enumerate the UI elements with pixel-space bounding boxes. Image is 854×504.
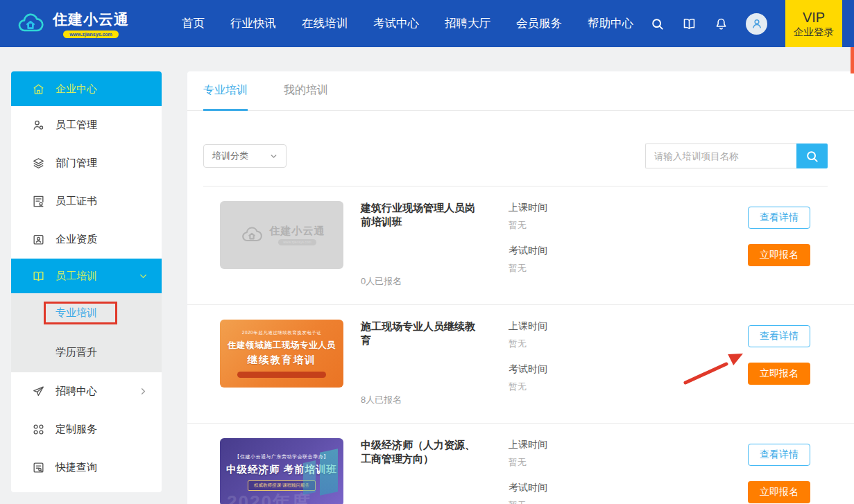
- class-time-value: 暂无: [509, 456, 606, 469]
- cloud-house-logo-icon: [239, 224, 265, 246]
- search-group: [645, 144, 828, 168]
- course-row: 住建小云通 www.zjiansys.com 建筑行业现场管理人员岗前培训班 0…: [187, 186, 854, 305]
- sidebar-item-label: 快捷查询: [55, 461, 97, 474]
- sidebar-item-label: 员工管理: [55, 119, 97, 132]
- search-icon[interactable]: [650, 17, 665, 31]
- sidebar-item-label: 招聘中心: [55, 385, 97, 398]
- vip-login-button[interactable]: VIP 企业登录: [785, 0, 842, 47]
- user-gear-icon: [32, 119, 45, 132]
- nav-item-member-services[interactable]: 会员服务: [516, 16, 562, 31]
- class-time-value: 暂无: [509, 338, 606, 350]
- sidebar-item-label: 定制服务: [55, 423, 97, 436]
- layers-icon: [32, 157, 45, 170]
- nav-item-online-training[interactable]: 在线培训: [302, 16, 348, 31]
- document-query-icon: [32, 461, 45, 474]
- enrolled-count: 0人已报名: [361, 275, 484, 288]
- main-nav: 首页 行业快讯 在线培训 考试中心 招聘大厅 会员服务 帮助中心: [182, 16, 633, 31]
- sidebar-item-label: 企业中心: [55, 82, 97, 96]
- exam-time-label: 考试时间: [509, 482, 606, 494]
- nav-item-exam-center[interactable]: 考试中心: [373, 16, 419, 31]
- course-title[interactable]: 中级经济师（人力资源、工商管理方向）: [361, 438, 484, 467]
- view-details-button[interactable]: 查看详情: [748, 325, 810, 347]
- vip-label: VIP: [803, 9, 825, 26]
- course-thumbnail-placeholder[interactable]: 住建小云通 www.zjiansys.com: [220, 201, 343, 269]
- vip-enterprise-login-label: 企业登录: [794, 26, 834, 39]
- banner-bottom-ribbon: [237, 372, 326, 378]
- course-row: 2020年起凡通过继续教育换发电子证 住建领域施工现场专业人员 继续教育培训 施…: [187, 305, 854, 424]
- scrollbar-thumb[interactable]: [851, 47, 854, 73]
- paper-plane-icon: [32, 385, 45, 398]
- enroll-now-button[interactable]: 立即报名: [748, 363, 810, 385]
- sidebar-item-enterprise-center[interactable]: 企业中心: [11, 71, 162, 106]
- enroll-now-button[interactable]: 立即报名: [748, 244, 810, 266]
- sidebar-item-label: 员工培训: [55, 270, 97, 283]
- bell-icon[interactable]: [714, 17, 728, 31]
- tab-my-training[interactable]: 我的培训: [284, 71, 328, 111]
- brand-logo[interactable]: 住建小云通 www.zjiansys.com: [14, 10, 172, 38]
- tab-label: 我的培训: [284, 83, 328, 98]
- nav-item-home[interactable]: 首页: [182, 16, 205, 31]
- chevron-right-icon: [139, 387, 148, 396]
- submenu-item-label: 学历晋升: [55, 346, 97, 359]
- exam-time-value: 暂无: [509, 499, 606, 504]
- home-icon: [32, 82, 45, 96]
- exam-time-value: 暂无: [509, 262, 606, 275]
- course-thumbnail-banner[interactable]: 2020年起凡通过继续教育换发电子证 住建领域施工现场专业人员 继续教育培训: [220, 320, 343, 388]
- tab-professional-training[interactable]: 专业培训: [203, 71, 248, 111]
- id-badge-icon: [32, 233, 45, 246]
- sidebar: 企业中心 员工管理 部门管理 员工证书 企业资质 员工培训 专: [11, 71, 162, 492]
- certificate-icon: [32, 195, 45, 208]
- class-time-label: 上课时间: [509, 439, 606, 451]
- sidebar-item-label: 部门管理: [55, 157, 97, 170]
- nav-item-help-center[interactable]: 帮助中心: [588, 16, 633, 31]
- banner-title-line1: 住建领域施工现场专业人员: [228, 340, 336, 351]
- nav-item-job-hall[interactable]: 招聘大厅: [445, 16, 490, 31]
- sidebar-item-enterprise-qualification[interactable]: 企业资质: [11, 220, 162, 259]
- view-details-button[interactable]: 查看详情: [748, 444, 810, 466]
- placeholder-brand-text: 住建小云通: [270, 225, 325, 238]
- top-navbar: 住建小云通 www.zjiansys.com 首页 行业快讯 在线培训 考试中心…: [0, 0, 854, 47]
- submenu-item-education-promotion[interactable]: 学历晋升: [11, 333, 162, 372]
- chevron-down-icon: [270, 153, 277, 160]
- search-input[interactable]: [645, 144, 796, 168]
- sidebar-item-department-management[interactable]: 部门管理: [11, 144, 162, 182]
- course-thumbnail-banner[interactable]: 【住建小云通与广东劳动学会联合举办】 中级经济师 考前培训班 权威教师授课·课程…: [220, 438, 343, 504]
- tab-label: 专业培训: [203, 83, 248, 98]
- main-content: 专业培训 我的培训 培训分类 住建小云通 www.zjiansys.c: [187, 71, 854, 504]
- exam-time-value: 暂无: [509, 381, 606, 393]
- exam-time-label: 考试时间: [509, 363, 606, 376]
- brand-url-pill: www.zjiansys.com: [63, 31, 119, 38]
- training-category-select[interactable]: 培训分类: [203, 144, 287, 168]
- submenu-item-professional-training[interactable]: 专业培训: [11, 293, 162, 333]
- submenu-item-label: 专业培训: [55, 306, 97, 320]
- course-title[interactable]: 建筑行业现场管理人员岗前培训班: [361, 201, 484, 229]
- book-icon[interactable]: [682, 17, 697, 31]
- class-time-label: 上课时间: [509, 320, 606, 333]
- exam-time-label: 考试时间: [509, 245, 606, 257]
- select-value: 培训分类: [212, 150, 248, 162]
- sidebar-item-quick-query[interactable]: 快捷查询: [11, 449, 162, 487]
- banner-title-line2: 继续教育培训: [248, 354, 316, 367]
- open-book-icon: [32, 270, 45, 283]
- search-button[interactable]: [796, 144, 828, 168]
- tabs-row: 专业培训 我的培训: [187, 71, 854, 111]
- filter-row: 培训分类: [203, 144, 828, 168]
- sidebar-item-recruitment-center[interactable]: 招聘中心: [11, 372, 162, 410]
- course-title[interactable]: 施工现场专业人员继续教育: [361, 320, 484, 348]
- placeholder-brand-url: www.zjiansys.com: [278, 239, 316, 245]
- banner-watermark: 2020年度: [227, 490, 311, 504]
- avatar[interactable]: [746, 13, 767, 35]
- view-details-button[interactable]: 查看详情: [748, 207, 810, 229]
- banner-note: 2020年起凡通过继续教育换发电子证: [242, 330, 321, 336]
- user-icon: [750, 17, 764, 31]
- sidebar-item-employee-management[interactable]: 员工管理: [11, 106, 162, 144]
- enroll-now-button[interactable]: 立即报名: [748, 481, 810, 503]
- enrolled-count: 8人已报名: [361, 394, 484, 406]
- sidebar-item-custom-services[interactable]: 定制服务: [11, 410, 162, 449]
- sidebar-item-employee-training[interactable]: 员工培训: [11, 259, 162, 293]
- brand-title: 住建小云通: [53, 10, 129, 29]
- nav-item-industry-news[interactable]: 行业快讯: [230, 16, 276, 31]
- sidebar-item-employee-certificates[interactable]: 员工证书: [11, 182, 162, 220]
- search-icon: [805, 149, 819, 164]
- chevron-down-icon: [139, 272, 148, 281]
